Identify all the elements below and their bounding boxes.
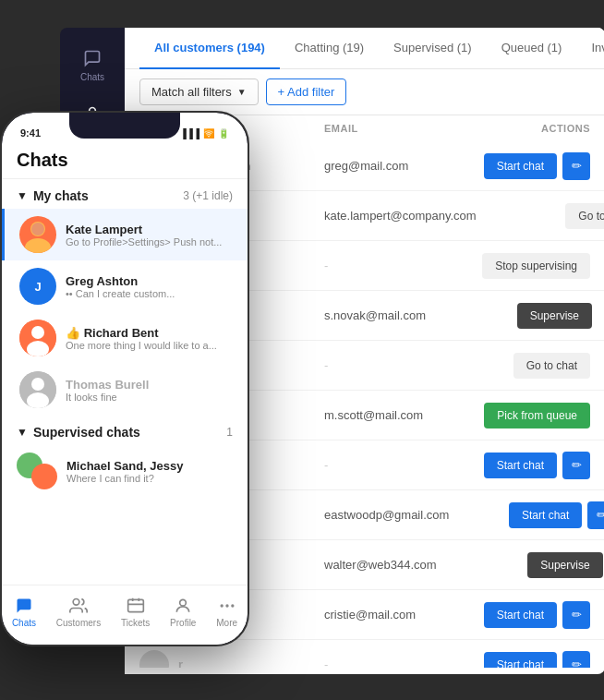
phone-header: Chats xyxy=(2,146,248,179)
pick-from-queue-button[interactable]: Pick from queue xyxy=(484,403,590,428)
chat-preview: It looks fine xyxy=(66,392,233,403)
svg-point-5 xyxy=(25,238,51,253)
supervised-count: 1 xyxy=(226,426,233,439)
supervised-avatars xyxy=(17,453,57,489)
actions-cell: Start chat ✏ xyxy=(424,651,590,669)
status-icons: ▐▐▐ 🛜 🔋 xyxy=(180,128,229,139)
actions-cell: Go to chat xyxy=(477,203,604,229)
chat-item-thomas[interactable]: Thomas Burell It looks fine xyxy=(2,364,248,416)
my-chats-count: 3 (+1 idle) xyxy=(183,189,233,202)
customers-tab-icon xyxy=(68,596,89,616)
chevron-icon: ▼ xyxy=(17,189,28,202)
tab-all-customers[interactable]: All customers (194) xyxy=(139,28,280,69)
chats-icon xyxy=(82,48,103,68)
svg-point-17 xyxy=(225,604,228,607)
supervise-button[interactable]: Supervise xyxy=(527,552,602,578)
phone-mockup: 9:41 ▐▐▐ 🛜 🔋 Chats ▼ My chats 3 (+1 idle… xyxy=(0,111,249,646)
avatar-greg: J xyxy=(19,268,56,305)
chat-name: Thomas Burell xyxy=(66,378,233,392)
svg-point-6 xyxy=(31,223,44,235)
sup-avatar-2 xyxy=(31,464,57,489)
email-cell: eastwoodp@gmail.com xyxy=(324,508,449,522)
start-chat-button[interactable]: Start chat xyxy=(484,602,557,628)
svg-point-18 xyxy=(231,604,234,607)
email-cell: - xyxy=(324,658,424,668)
add-filter-button[interactable]: + Add filter xyxy=(266,78,347,105)
phone-time: 9:41 xyxy=(20,127,41,139)
chat-item-kate[interactable]: Kate Lampert Go to Profile>Settings> Pus… xyxy=(2,209,248,260)
chat-preview: One more thing I would like to a... xyxy=(66,340,233,351)
supervise-button[interactable]: Supervise xyxy=(517,303,592,329)
more-tab-icon xyxy=(217,596,237,616)
actions-cell: Supervise xyxy=(437,552,603,578)
chat-info-greg: Greg Ashton •• Can I create custom... xyxy=(66,274,233,299)
col-email: EMAIL xyxy=(324,123,424,134)
avatar-richard xyxy=(19,320,56,356)
edit-button[interactable]: ✏ xyxy=(562,601,590,629)
supervised-label: Supervised chats xyxy=(33,425,140,440)
start-chat-button[interactable]: Start chat xyxy=(484,153,557,179)
bottom-tab-chats-label: Chats xyxy=(12,618,36,628)
email-cell: - xyxy=(324,458,424,472)
my-chats-section-header: ▼ My chats 3 (+1 idle) xyxy=(2,179,248,209)
match-filters-button[interactable]: Match all filters ▼ xyxy=(139,78,259,105)
email-cell: greg@mail.com xyxy=(324,159,424,173)
bottom-tab-more-label: More xyxy=(216,618,237,628)
phone-content: ▼ My chats 3 (+1 idle) Kate Lampert Go t… xyxy=(2,179,248,600)
tab-invited[interactable]: Invi... xyxy=(576,28,604,69)
actions-cell: Go to chat xyxy=(424,353,590,379)
bottom-tab-customers[interactable]: Customers xyxy=(56,596,101,628)
start-chat-button[interactable]: Start chat xyxy=(509,502,582,528)
email-cell: - xyxy=(324,259,424,272)
section-title: ▼ Supervised chats xyxy=(17,425,140,440)
tab-supervised[interactable]: Supervised (1) xyxy=(379,28,487,69)
section-title: ▼ My chats xyxy=(17,188,89,203)
actions-cell: Start chat ✏ xyxy=(424,152,590,180)
filter-bar: Match all filters ▼ + Add filter xyxy=(125,69,604,115)
bottom-tab-tickets-label: Tickets xyxy=(121,618,150,628)
tab-queued[interactable]: Queued (1) xyxy=(487,28,577,69)
edit-button[interactable]: ✏ xyxy=(562,152,590,180)
bottom-tab-profile[interactable]: Profile xyxy=(170,596,196,628)
avatar-thomas xyxy=(19,371,56,408)
chat-info-richard: 👍 Richard Bent One more thing I would li… xyxy=(66,326,233,351)
tab-chatting[interactable]: Chatting (19) xyxy=(280,28,379,69)
tabs-bar: All customers (194) Chatting (19) Superv… xyxy=(125,28,604,69)
email-cell: m.scott@mail.com xyxy=(324,408,424,422)
bottom-tab-tickets[interactable]: Tickets xyxy=(121,596,150,628)
svg-point-15 xyxy=(180,599,187,606)
signal-icon: ▐▐▐ xyxy=(180,128,199,139)
actions-cell: Pick from queue xyxy=(424,403,590,428)
chat-info-kate: Kate Lampert Go to Profile>Settings> Pus… xyxy=(66,223,233,247)
chat-name: Michael Sand, Jessy xyxy=(66,459,233,473)
edit-button[interactable]: ✏ xyxy=(587,501,604,529)
profile-tab-icon xyxy=(173,596,193,616)
wifi-icon: 🛜 xyxy=(203,128,214,139)
start-chat-button[interactable]: Start chat xyxy=(484,652,557,669)
go-to-chat-button[interactable]: Go to chat xyxy=(565,203,604,229)
start-chat-button[interactable]: Start chat xyxy=(484,453,557,478)
chat-item-greg[interactable]: J Greg Ashton •• Can I create custom... xyxy=(2,260,248,312)
phone-title: Chats xyxy=(17,150,233,171)
sidebar-item-chats[interactable]: Chats xyxy=(60,37,125,93)
phone-notch xyxy=(69,113,180,139)
actions-cell: Start chat ✏ xyxy=(449,501,604,529)
supervised-chat-item[interactable]: Michael Sand, Jessy Where I can find it? xyxy=(2,445,248,497)
chat-info-supervised: Michael Sand, Jessy Where I can find it? xyxy=(66,459,233,484)
actions-cell: Start chat ✏ xyxy=(424,452,590,479)
chevron-down-icon: ▼ xyxy=(237,87,247,97)
email-cell: walter@web344.com xyxy=(324,558,437,572)
bottom-tab-more[interactable]: More xyxy=(216,596,237,628)
edit-button[interactable]: ✏ xyxy=(562,651,590,669)
chats-tab-icon xyxy=(14,596,34,616)
chat-preview: Where I can find it? xyxy=(66,473,233,484)
chat-item-richard[interactable]: 👍 Richard Bent One more thing I would li… xyxy=(2,312,248,364)
go-to-chat-button[interactable]: Go to chat xyxy=(513,353,590,379)
supervised-section-header: ▼ Supervised chats 1 xyxy=(2,416,248,445)
email-cell: kate.lampert@company.com xyxy=(324,209,477,223)
stop-supervising-button[interactable]: Stop supervising xyxy=(482,253,590,279)
edit-button[interactable]: ✏ xyxy=(562,452,590,479)
bottom-tab-chats[interactable]: Chats xyxy=(12,596,36,628)
actions-cell: Start chat ✏ xyxy=(424,601,590,629)
sidebar-chats-label: Chats xyxy=(80,72,104,82)
